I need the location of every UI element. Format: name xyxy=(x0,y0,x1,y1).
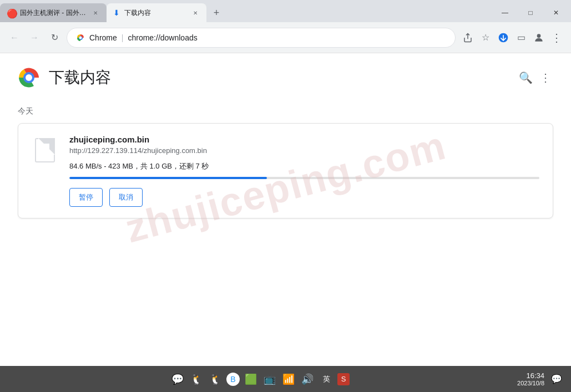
header-actions: 🔍 ⋮ xyxy=(518,70,553,85)
taskbar-icons: 💬 🐧 🐧 B 🟩 📺 📶 🔊 英 S xyxy=(7,371,513,387)
svg-point-4 xyxy=(537,34,541,38)
maximize-button[interactable]: □ xyxy=(518,3,543,22)
forward-button[interactable]: → xyxy=(27,30,42,45)
page-title: 下载内容 xyxy=(49,67,111,88)
download-status: 84.6 MB/s - 423 MB，共 1.0 GB，还剩 7 秒 xyxy=(69,161,539,171)
download-url: http://129.227.139.114/zhujiceping.com.b… xyxy=(69,146,539,155)
taskbar-time: 16:34 2023/10/8 xyxy=(517,371,544,386)
svg-point-2 xyxy=(79,36,82,39)
download-icon[interactable] xyxy=(496,30,511,45)
download-info: zhujiceping.com.bin http://129.227.139.1… xyxy=(69,135,539,207)
tab-1-close[interactable]: ✕ xyxy=(91,8,100,17)
chrome-logo xyxy=(18,67,40,89)
new-tab-button[interactable]: + xyxy=(209,5,224,21)
browser-menu-icon[interactable]: ⋮ xyxy=(549,30,564,45)
date-display: 2023/10/8 xyxy=(517,380,544,386)
minimize-button[interactable]: — xyxy=(492,3,518,22)
taskbar-nvidia[interactable]: 🟩 xyxy=(243,371,259,387)
window-controls: — □ ✕ xyxy=(492,3,571,22)
browser-window: 🔴 国外主机测评 - 国外VPS... ✕ ⬇ 下载内容 ✕ + — □ ✕ ←… xyxy=(0,0,571,366)
download-filename: zhujiceping.com.bin xyxy=(69,135,539,144)
taskbar-volume[interactable]: 🔊 xyxy=(300,371,315,387)
chrome-favicon xyxy=(76,33,85,42)
url-bar[interactable]: Chrome | chrome://downloads xyxy=(67,28,456,48)
taskbar-bluetooth[interactable]: B xyxy=(226,373,240,386)
tab-2-close[interactable]: ✕ xyxy=(191,8,200,17)
tab-2[interactable]: ⬇ 下载内容 ✕ xyxy=(107,3,206,22)
page-content: 下载内容 🔍 ⋮ zhujiceping.com 今天 zhujiceping.… xyxy=(0,53,571,366)
tab-2-favicon: ⬇ xyxy=(113,8,120,17)
file-icon-container xyxy=(32,135,58,166)
progress-bar-fill xyxy=(69,177,267,179)
pause-button[interactable]: 暂停 xyxy=(69,188,103,207)
taskbar-wechat[interactable]: 💬 xyxy=(170,371,185,387)
profile-icon[interactable] xyxy=(531,30,547,45)
cancel-button[interactable]: 取消 xyxy=(109,188,143,207)
toolbar-icons: ☆ ▭ ⋮ xyxy=(460,30,564,45)
time-display: 16:34 xyxy=(517,371,544,380)
taskbar-wifi[interactable]: 📶 xyxy=(281,371,296,387)
url-text: chrome://downloads xyxy=(128,33,197,42)
url-separator: | xyxy=(122,33,124,42)
download-actions: 暂停 取消 xyxy=(69,188,539,207)
download-card: zhujiceping.com.bin http://129.227.139.1… xyxy=(18,123,553,218)
tab-2-label: 下载内容 xyxy=(124,8,151,18)
share-icon[interactable] xyxy=(460,30,476,45)
taskbar-qq2[interactable]: 🐧 xyxy=(208,371,223,387)
address-bar: ← → ↻ Chrome | chrome://downloads ☆ xyxy=(0,22,571,53)
search-button[interactable]: 🔍 xyxy=(518,70,533,85)
taskbar-video[interactable]: 📺 xyxy=(262,371,277,387)
refresh-button[interactable]: ↻ xyxy=(47,30,62,45)
section-today: 今天 xyxy=(18,106,553,116)
close-button[interactable]: ✕ xyxy=(543,3,569,22)
page-menu-button[interactable]: ⋮ xyxy=(538,70,553,85)
page-header: 下载内容 🔍 ⋮ xyxy=(18,67,553,89)
cast-icon[interactable]: ▭ xyxy=(513,30,529,45)
taskbar-right: 16:34 2023/10/8 💬 xyxy=(517,371,564,387)
tab-1-favicon: 🔴 xyxy=(7,8,16,17)
title-bar: 🔴 国外主机测评 - 国外VPS... ✕ ⬇ 下载内容 ✕ + — □ ✕ xyxy=(0,0,571,22)
tab-1[interactable]: 🔴 国外主机测评 - 国外VPS... ✕ xyxy=(0,3,107,22)
url-brand: Chrome xyxy=(89,33,117,42)
tab-1-label: 国外主机测评 - 国外VPS... xyxy=(20,8,87,18)
back-button[interactable]: ← xyxy=(7,30,22,45)
taskbar: 💬 🐧 🐧 B 🟩 📺 📶 🔊 英 S 16:34 2023/10/8 💬 xyxy=(0,366,571,392)
taskbar-ime[interactable]: S xyxy=(337,373,350,385)
notification-button[interactable]: 💬 xyxy=(549,371,564,387)
progress-bar-container xyxy=(69,177,539,179)
bookmark-icon[interactable]: ☆ xyxy=(478,30,493,45)
svg-point-7 xyxy=(26,74,32,81)
taskbar-qq1[interactable]: 🐧 xyxy=(189,371,204,387)
file-icon xyxy=(35,138,55,162)
taskbar-lang[interactable]: 英 xyxy=(319,371,334,387)
